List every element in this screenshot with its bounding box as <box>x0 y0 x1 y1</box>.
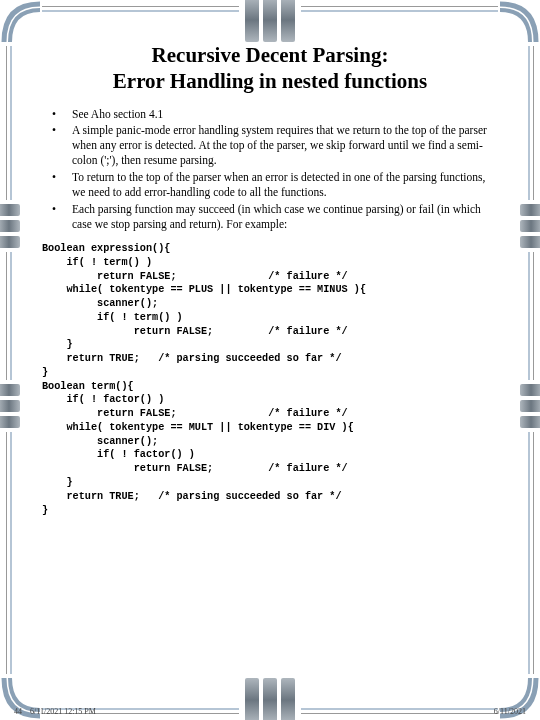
left-brace-upper <box>0 200 20 252</box>
right-brace-upper <box>520 200 540 252</box>
corner-top-left-icon <box>0 0 42 46</box>
slide-title: Recursive Decent Parsing: Error Handling… <box>40 42 500 95</box>
list-item: Each parsing function may succeed (in wh… <box>44 202 496 232</box>
bullet-list: See Aho section 4.1 A simple panic-mode … <box>44 107 496 233</box>
page-number: 44 <box>14 707 22 716</box>
top-decor <box>239 0 301 42</box>
footer-date-left: 6/11/2021 12:15 PM <box>30 707 96 716</box>
corner-top-right-icon <box>498 0 540 46</box>
list-item: See Aho section 4.1 <box>44 107 496 122</box>
left-brace-lower <box>0 380 20 432</box>
list-item: A simple panic-mode error handling syste… <box>44 123 496 168</box>
list-item: To return to the top of the parser when … <box>44 170 496 200</box>
title-line-1: Recursive Decent Parsing: <box>152 43 389 67</box>
title-line-2: Error Handling in nested functions <box>113 69 427 93</box>
footer: 44 6/11/2021 12:15 PM 6/11/2021 <box>14 707 526 716</box>
right-brace-lower <box>520 380 540 432</box>
slide-content: Recursive Decent Parsing: Error Handling… <box>26 26 514 694</box>
footer-left: 44 6/11/2021 12:15 PM <box>14 707 96 716</box>
code-block: Boolean expression(){ if( ! term() ) ret… <box>42 242 500 517</box>
footer-date-right: 6/11/2021 <box>494 707 526 716</box>
